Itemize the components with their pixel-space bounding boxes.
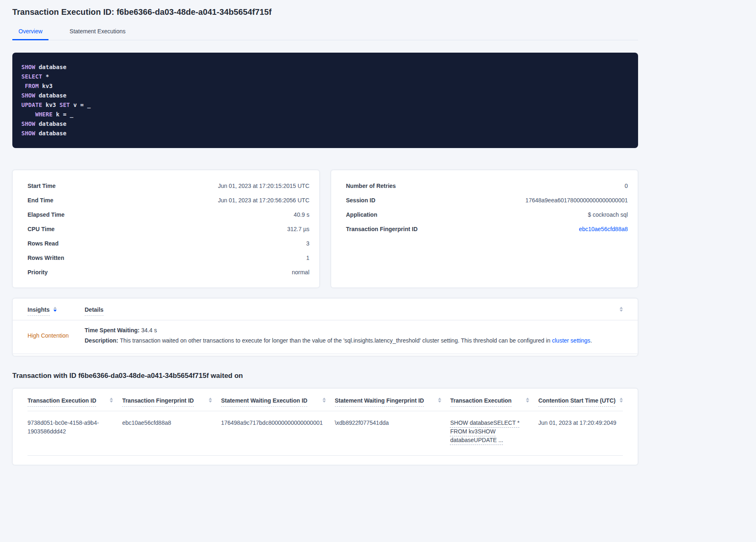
- sort-desc-arrow: [110, 401, 113, 403]
- session-summary-card: Number of Retries 0 Session ID 17648a9ee…: [331, 170, 638, 288]
- column-header-label: Statement Waiting Fingerprint ID: [335, 397, 424, 407]
- summary-row-cpu-time: CPU Time 312.7 µs: [28, 222, 309, 236]
- sort-icon: [53, 307, 57, 312]
- row-value: Jun 01, 2023 at 17:20:15:2015 UTC: [218, 183, 309, 189]
- sql-keyword: UPDATE: [21, 102, 42, 108]
- waited-on-table-header: Transaction Execution ID Transaction Fin…: [28, 389, 623, 411]
- sql-text: v = _: [70, 102, 91, 108]
- summary-row-session-id: Session ID 17648a9eea6017800000000000000…: [346, 193, 628, 207]
- column-header-transaction-execution-id[interactable]: Transaction Execution ID: [28, 397, 122, 407]
- description-text: This transaction waited on other transac…: [120, 337, 552, 344]
- sort-asc-arrow: [209, 398, 212, 400]
- sql-keyword: SHOW: [21, 130, 35, 137]
- insight-row: High Contention Time Spent Waiting:34.4 …: [13, 320, 638, 354]
- summary-row-rows-read: Rows Read 3: [28, 236, 309, 250]
- sort-desc-arrow: [526, 401, 529, 403]
- sort-desc-arrow: [323, 401, 326, 403]
- sql-text: [21, 111, 35, 118]
- summary-row-end-time: End Time Jun 01, 2023 at 17:20:56:2056 U…: [28, 193, 309, 207]
- waited-on-section-title: Transaction with ID f6be6366-da03-48de-a…: [12, 372, 638, 380]
- row-value: 17648a9eea6017800000000000000001: [526, 197, 628, 204]
- sort-icon: [438, 398, 441, 403]
- sql-line: SHOW database: [21, 63, 629, 72]
- transaction-execution-statement-link[interactable]: SHOW databaseSELECT * FROM kv3SHOW datab…: [450, 419, 520, 443]
- sql-text: kv3: [39, 83, 53, 89]
- sort-icon: [526, 398, 529, 403]
- row-label: Priority: [28, 269, 48, 276]
- sql-text: *: [42, 73, 49, 80]
- cell-transaction-execution-id: 9738d051-bc0e-4158-a9b4-1903586ddd42: [28, 419, 122, 445]
- sort-asc-arrow: [526, 398, 529, 400]
- summary-row-priority: Priority normal: [28, 265, 309, 279]
- sort-icon: [323, 398, 326, 403]
- description-line: Description:This transaction waited on o…: [85, 337, 623, 344]
- sort-asc-arrow: [620, 398, 623, 400]
- tab-bar: Overview Statement Executions: [12, 23, 638, 40]
- column-header-transaction-execution[interactable]: Transaction Execution: [450, 397, 538, 407]
- sql-keyword: WHERE: [35, 111, 53, 118]
- sql-line: WHERE k = _: [21, 110, 629, 119]
- summary-row-elapsed-time: Elapsed Time 40.9 s: [28, 207, 309, 222]
- sql-text: database: [35, 130, 67, 137]
- column-header-label: Contention Start Time (UTC): [538, 397, 615, 407]
- summary-row-rows-written: Rows Written 1: [28, 250, 309, 265]
- sort-desc-arrow: [620, 401, 623, 403]
- sort-desc-arrow: [620, 310, 623, 312]
- summary-cards-row: Start Time Jun 01, 2023 at 17:20:15:2015…: [12, 170, 638, 288]
- insight-details-cell: Time Spent Waiting:34.4 s Description:Th…: [85, 327, 623, 344]
- column-header-insights[interactable]: Insights: [28, 306, 85, 316]
- column-header-label: Details: [85, 306, 104, 316]
- sql-keyword: SET: [60, 102, 70, 108]
- sql-text: kv3: [42, 102, 60, 108]
- insights-table-card: Insights Details High Contention Time Sp…: [12, 298, 638, 356]
- sort-asc-arrow: [323, 398, 326, 400]
- cell-transaction-fingerprint-id: ebc10ae56cfd88a8: [122, 419, 221, 445]
- sql-keyword: FROM: [25, 83, 39, 89]
- timing-summary-card: Start Time Jun 01, 2023 at 17:20:15:2015…: [12, 170, 320, 288]
- sql-keyword: SHOW: [21, 64, 35, 70]
- row-value: normal: [292, 269, 309, 276]
- row-label: End Time: [28, 197, 53, 204]
- summary-row-retries: Number of Retries 0: [346, 178, 628, 193]
- sort-asc-arrow: [620, 307, 623, 309]
- tab-overview[interactable]: Overview: [12, 23, 48, 40]
- summary-row-application: Application $ cockroach sql: [346, 207, 628, 222]
- column-header-statement-waiting-execution-id[interactable]: Statement Waiting Execution ID: [221, 397, 335, 407]
- sort-desc-arrow: [209, 401, 212, 403]
- column-header-statement-waiting-fingerprint-id[interactable]: Statement Waiting Fingerprint ID: [335, 397, 450, 407]
- row-label: Rows Read: [28, 240, 58, 247]
- sort-icon: [110, 398, 113, 403]
- insight-type-badge: High Contention: [28, 332, 85, 339]
- row-value: 40.9 s: [294, 211, 309, 218]
- column-header-label: Insights: [28, 306, 50, 316]
- sort-icon: [620, 307, 623, 312]
- sql-line: SHOW database: [21, 129, 629, 138]
- row-value: 0: [625, 183, 628, 189]
- column-header-label: Transaction Execution ID: [28, 397, 96, 407]
- cluster-settings-link[interactable]: cluster settings: [552, 337, 590, 344]
- sort-icon: [620, 398, 623, 403]
- row-value: 1: [306, 255, 309, 261]
- row-label: Number of Retries: [346, 183, 396, 189]
- sql-text: k = _: [53, 111, 74, 118]
- column-header-contention-start-time[interactable]: Contention Start Time (UTC): [538, 397, 623, 407]
- column-header-label: Statement Waiting Execution ID: [221, 397, 307, 407]
- time-spent-waiting-line: Time Spent Waiting:34.4 s: [85, 327, 623, 334]
- summary-row-transaction-fingerprint: Transaction Fingerprint ID ebc10ae56cfd8…: [346, 222, 628, 236]
- transaction-fingerprint-link[interactable]: ebc10ae56cfd88a8: [579, 226, 628, 232]
- sql-line: UPDATE kv3 SET v = _: [21, 100, 629, 110]
- waited-on-table-card: Transaction Execution ID Transaction Fin…: [12, 388, 638, 465]
- sql-statement-box: SHOW database SELECT * FROM kv3 SHOW dat…: [12, 53, 638, 148]
- sql-text: database: [35, 64, 67, 70]
- description-suffix: .: [590, 337, 592, 344]
- row-label: Transaction Fingerprint ID: [346, 226, 417, 232]
- sql-line: SHOW database: [21, 119, 629, 129]
- description-label: Description:: [85, 337, 118, 344]
- tab-statement-executions[interactable]: Statement Executions: [63, 23, 131, 40]
- column-header-transaction-fingerprint-id[interactable]: Transaction Fingerprint ID: [122, 397, 221, 407]
- column-header-details[interactable]: Details: [85, 306, 623, 316]
- cell-statement-waiting-fingerprint-id: \xdb8922f077541dda: [335, 419, 450, 445]
- sql-keyword: SHOW: [21, 92, 35, 99]
- row-value: Jun 01, 2023 at 17:20:56:2056 UTC: [218, 197, 309, 204]
- row-label: Elapsed Time: [28, 211, 65, 218]
